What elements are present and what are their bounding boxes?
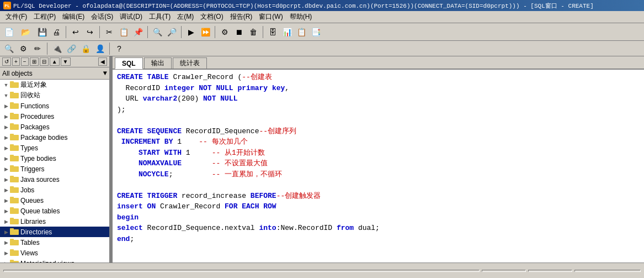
move-up-button[interactable]: ▲ xyxy=(50,57,60,66)
tree-item-label: Procedures xyxy=(20,113,54,120)
gear-button[interactable]: ⚙ xyxy=(17,42,30,55)
undo-button[interactable]: ↩ xyxy=(69,25,82,39)
tab-SQL[interactable]: SQL xyxy=(115,57,143,69)
print-button[interactable]: 🖨 xyxy=(50,25,63,39)
status-section-2 xyxy=(482,270,526,272)
find-all-button[interactable]: 🔎 xyxy=(165,25,178,39)
connect-button[interactable]: 🔌 xyxy=(50,42,63,55)
tree-item-packages[interactable]: ▶Packages xyxy=(0,122,109,132)
folder-icon xyxy=(10,227,19,237)
menu-item-H[interactable]: 帮助(H) xyxy=(286,11,316,23)
expand-icon: ▶ xyxy=(2,123,10,131)
menu-item-T[interactable]: 工具(T) xyxy=(146,11,174,23)
tab-输出[interactable]: 输出 xyxy=(144,57,172,69)
folder-icon xyxy=(10,143,19,153)
clear-button[interactable]: 🗑 xyxy=(247,25,260,39)
objects-dropdown[interactable]: All objects ▼ xyxy=(0,67,109,80)
help-button[interactable]: ? xyxy=(113,42,126,55)
add-item-button[interactable]: + xyxy=(12,57,20,66)
code-line: CREATE TABLE Crawler_Record (--创建表 xyxy=(117,72,640,83)
compile-button[interactable]: ⚙ xyxy=(218,25,231,39)
run-button[interactable]: ▶ xyxy=(184,25,198,39)
tree-item-label: Directories xyxy=(20,228,52,236)
session-button[interactable]: 👤 xyxy=(93,42,107,55)
connect2-button[interactable]: 🔗 xyxy=(65,42,78,55)
open-button[interactable]: 📂 xyxy=(17,25,34,39)
tab-统计表[interactable]: 统计表 xyxy=(173,57,207,69)
object-tree[interactable]: ▼最近对象▼回收站▶Functions▶Procedures▶Packages▶… xyxy=(0,80,109,263)
copy-button[interactable]: 📋 xyxy=(117,25,130,39)
svg-rect-35 xyxy=(10,260,14,262)
disconnect-button[interactable]: 🔒 xyxy=(79,42,92,55)
tree-item-type-bodies[interactable]: ▶Type bodies xyxy=(0,153,109,164)
move-down-button[interactable]: ▼ xyxy=(61,57,71,66)
find-button[interactable]: 🔍 xyxy=(151,25,164,39)
tree-item-queues[interactable]: ▶Queues xyxy=(0,195,109,206)
sep4 xyxy=(181,26,182,38)
tree-item-java-sources[interactable]: ▶Java sources xyxy=(0,174,109,185)
remove-item-button[interactable]: − xyxy=(21,57,29,66)
folder-icon xyxy=(10,91,19,100)
expand-icon: ▼ xyxy=(2,92,10,99)
tree-item-directories[interactable]: ▶Directories xyxy=(0,227,109,237)
tree-item-triggers[interactable]: ▶Triggers xyxy=(0,164,109,174)
expand-all-button[interactable]: ⊞ xyxy=(30,57,39,66)
new-button[interactable]: 📄 xyxy=(2,25,15,39)
refresh-button[interactable]: ↺ xyxy=(2,57,11,66)
stop-button[interactable]: ⏹ xyxy=(232,25,246,39)
tree-item-package-bodies[interactable]: ▶Package bodies xyxy=(0,132,109,143)
folder-icon xyxy=(10,196,19,205)
svg-rect-3 xyxy=(10,92,14,94)
menu-item-O[interactable]: 文档(O) xyxy=(197,11,226,23)
tree-item-queue-tables[interactable]: ▶Queue tables xyxy=(0,206,109,216)
tree-item-label: Materialized views xyxy=(20,260,74,263)
expand-icon: ▶ xyxy=(2,176,10,183)
title-text: PL/SQL Developer - ofolapdata@(DESCRIPTI… xyxy=(13,2,594,10)
expand-icon: ▶ xyxy=(2,134,10,141)
menu-item-S[interactable]: 会话(S) xyxy=(88,11,116,23)
menu-item-M[interactable]: 左(M) xyxy=(174,11,197,23)
redo-button[interactable]: ↪ xyxy=(83,25,97,39)
menu-item-F[interactable]: 文件(F) xyxy=(2,11,30,23)
tree-item-materialized-views[interactable]: ▶Materialized views xyxy=(0,258,109,263)
save-button[interactable]: 💾 xyxy=(35,25,49,39)
code-editor[interactable]: CREATE TABLE Crawler_Record (--创建表 Recor… xyxy=(113,70,644,263)
cut-button[interactable]: ✂ xyxy=(103,25,116,39)
db-button2[interactable]: 📊 xyxy=(280,25,294,39)
code-line xyxy=(117,115,640,126)
code-line: START WITH 1 -- 从1开始计数 xyxy=(117,148,640,159)
collapse-all-button[interactable]: ⊟ xyxy=(40,57,49,66)
tree-item-views[interactable]: ▶Views xyxy=(0,248,109,258)
folder-icon xyxy=(10,80,19,90)
sep1 xyxy=(66,26,66,38)
paste-button[interactable]: 📌 xyxy=(131,25,145,39)
sep8 xyxy=(109,43,110,55)
menu-item-E[interactable]: 编辑(E) xyxy=(59,11,88,23)
tree-item-tables[interactable]: ▶Tables xyxy=(0,237,109,248)
menu-item-W[interactable]: 窗口(W) xyxy=(256,11,286,23)
sep2 xyxy=(99,26,100,38)
tree-item-jobs[interactable]: ▶Jobs xyxy=(0,185,109,195)
tree-item-label: Tables xyxy=(20,239,40,246)
tree-item-libraries[interactable]: ▶Libraries xyxy=(0,216,109,227)
db-button3[interactable]: 📋 xyxy=(295,25,308,39)
code-line: begin xyxy=(117,212,640,223)
tree-item-最近对象[interactable]: ▼最近对象 xyxy=(0,80,109,90)
search-obj-button[interactable]: 🔍 xyxy=(2,42,15,55)
edit-button[interactable]: ✏ xyxy=(31,42,44,55)
tree-item-label: Java sources xyxy=(20,176,60,183)
tree-item-procedures[interactable]: ▶Procedures xyxy=(0,111,109,122)
tree-item-types[interactable]: ▶Types xyxy=(0,143,109,153)
tree-item-functions[interactable]: ▶Functions xyxy=(0,101,109,111)
tab-bar: SQL输出统计表 xyxy=(113,56,644,70)
db-button1[interactable]: 🗄 xyxy=(266,25,279,39)
tree-item-回收站[interactable]: ▼回收站 xyxy=(0,90,109,101)
menu-item-R[interactable]: 报告(R) xyxy=(227,11,256,23)
svg-rect-13 xyxy=(10,144,14,146)
menu-item-P[interactable]: 工程(P) xyxy=(30,11,59,23)
db-button4[interactable]: 📑 xyxy=(309,25,322,39)
run-step-button[interactable]: ⏩ xyxy=(199,25,212,39)
svg-rect-21 xyxy=(10,186,14,188)
panel-minimize-button[interactable]: ◀ xyxy=(98,57,107,66)
menu-item-D[interactable]: 调试(D) xyxy=(116,11,146,23)
